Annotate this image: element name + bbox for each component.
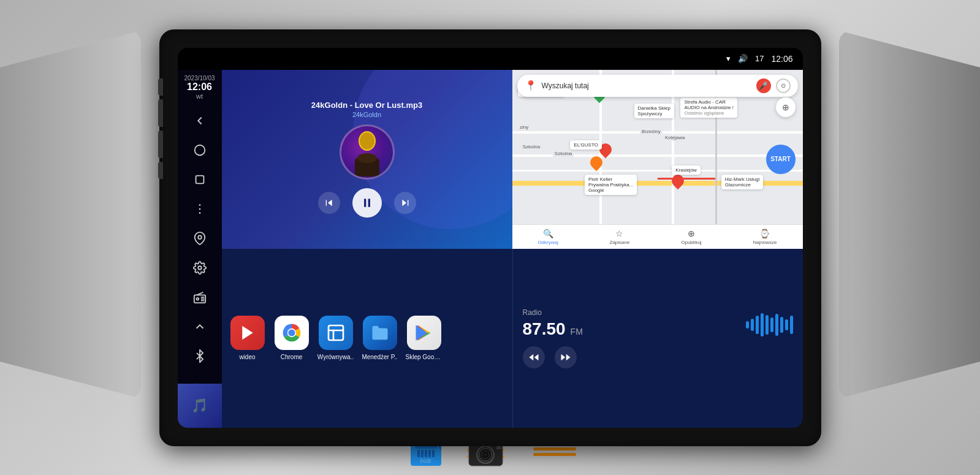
nav-maps-icon[interactable]	[186, 225, 213, 252]
tool-bar-2	[533, 453, 576, 456]
app-label-playstore: Sklep Googl..	[406, 354, 443, 360]
map-route-line	[658, 178, 716, 180]
svg-rect-21	[364, 199, 366, 207]
maps-nav-opublikuj[interactable]: ⊕ Opublikuj	[681, 229, 701, 245]
nav-more-icon[interactable]	[186, 196, 213, 222]
music-album-art	[340, 124, 395, 180]
svg-marker-23	[402, 200, 406, 207]
app-item-filemanager[interactable]: Wyrównywa..	[317, 316, 354, 360]
music-widget[interactable]: 🎵	[178, 384, 222, 428]
svg-point-7	[199, 212, 200, 214]
maps-nav-zapisane[interactable]: ☆ Zapisane	[610, 229, 630, 245]
svg-point-8	[198, 235, 202, 239]
screen-bezel: ▾ 🔊 17 12:06 2023/10/03 12:06 wt	[178, 48, 803, 428]
wave-bar-1	[746, 321, 749, 329]
maps-location-button[interactable]: ⊕	[776, 97, 796, 117]
app-item-video[interactable]: wideo	[229, 316, 266, 360]
app-item-folder[interactable]: Menedżer P..	[362, 316, 398, 360]
svg-marker-25	[242, 326, 253, 340]
map-label-szkolna: Szkolna	[521, 143, 542, 150]
wifi-icon: ▾	[726, 54, 731, 63]
status-time: 12:06	[771, 54, 792, 64]
maps-search-bar[interactable]: 📍 Wyszukaj tutaj 🎤 ⊙	[517, 75, 798, 97]
maps-nav-odkrywaj-icon: 🔍	[543, 229, 553, 238]
apps-panel: wideo	[222, 249, 512, 428]
app-icon-folder	[363, 316, 397, 350]
music-prev-button[interactable]	[318, 192, 340, 214]
map-place-strefa: Strefa Audio - CARAUDIO na Androidzie !O…	[680, 97, 737, 118]
nav-back-icon[interactable]	[186, 107, 213, 134]
car-side-right	[839, 31, 980, 398]
app-item-playstore[interactable]: Sklep Googl..	[406, 316, 443, 360]
left-nav: 2023/10/03 12:06 wt	[178, 70, 222, 428]
maps-search-text: Wyszukaj tutaj	[542, 82, 751, 90]
maps-mic-button[interactable]: 🎤	[756, 78, 771, 93]
nav-home-icon[interactable]	[186, 137, 213, 164]
nav-date: 2023/10/03	[184, 75, 215, 82]
nav-up-icon[interactable]	[186, 313, 213, 340]
wave-bar-6	[770, 317, 773, 332]
nav-radio-icon[interactable]	[186, 284, 213, 311]
wave-bar-5	[765, 315, 769, 335]
radio-info: Radio 87.50 FM	[523, 308, 583, 341]
radio-band: FM	[571, 327, 583, 336]
phys-btn-1[interactable]	[158, 78, 163, 96]
svg-point-6	[199, 208, 200, 210]
maps-logo-icon: 📍	[525, 80, 537, 91]
map-label-brzeziny: Brzeżiny	[640, 128, 663, 135]
music-artist: 24kGoldn	[352, 111, 381, 118]
wave-bar-7	[775, 314, 778, 336]
svg-marker-34	[566, 354, 570, 360]
map-label-ziny: ziny	[518, 124, 530, 131]
radio-label: Radio	[523, 308, 583, 317]
svg-marker-32	[529, 354, 533, 360]
accessory-tools	[533, 447, 570, 460]
svg-marker-19	[328, 200, 332, 207]
svg-point-11	[196, 297, 199, 300]
main-content: 2023/10/03 12:06 wt	[178, 70, 803, 428]
app-icon-filemanager	[319, 316, 353, 350]
radio-prev-button[interactable]	[523, 346, 545, 368]
radio-controls	[523, 346, 793, 368]
volume-icon: 🔊	[738, 54, 748, 63]
maps-start-button[interactable]: START	[766, 145, 796, 174]
nav-settings-icon[interactable]	[186, 254, 213, 281]
nav-bluetooth-icon[interactable]	[186, 343, 213, 370]
wave-bar-10	[790, 316, 793, 334]
phys-btn-4[interactable]	[158, 162, 163, 179]
wave-bar-3	[756, 316, 759, 334]
maps-settings-button[interactable]: ⊙	[776, 78, 791, 93]
svg-point-0	[194, 145, 205, 155]
svg-marker-33	[534, 354, 538, 360]
app-label-folder: Menedżer P..	[362, 354, 397, 360]
phys-btn-2[interactable]	[158, 99, 163, 127]
maps-nav-odkrywaj[interactable]: 🔍 Odkrywaj	[537, 229, 558, 245]
svg-point-16	[360, 132, 374, 150]
nav-time: 12:06	[184, 82, 215, 93]
music-controls	[318, 188, 416, 218]
radio-next-button[interactable]	[555, 346, 577, 368]
right-main: 24kGoldn - Love Or Lust.mp3 24kGoldn	[222, 70, 803, 428]
maps-nav-najnowsze-label: Najnowsze	[753, 240, 777, 245]
svg-rect-29	[329, 325, 343, 340]
music-play-button[interactable]	[352, 188, 382, 218]
car-body: ▾ 🔊 17 12:06 2023/10/03 12:06 wt	[0, 0, 980, 475]
app-item-chrome[interactable]: Chrome	[273, 316, 310, 360]
nav-day: wt	[184, 93, 215, 100]
maps-nav-opublikuj-label: Opublikuj	[681, 240, 701, 245]
radio-top-row: Radio 87.50 FM	[523, 308, 793, 341]
maps-bottom-nav: 🔍 Odkrywaj ☆ Zapisane ⊕ Opublikuj	[512, 224, 803, 249]
map-label-kolejowa: Kolejawa	[663, 134, 686, 141]
svg-marker-35	[561, 354, 565, 360]
map-road-h3	[512, 170, 803, 172]
maps-nav-zapisane-icon: ☆	[615, 229, 623, 238]
maps-start-label: START	[770, 156, 791, 162]
music-next-button[interactable]	[394, 192, 416, 214]
nav-recent-icon[interactable]	[186, 166, 213, 193]
maps-nav-najnowsze-icon: ⌚	[759, 229, 770, 238]
svg-point-5	[199, 204, 200, 206]
maps-nav-najnowsze[interactable]: ⌚ Najnowsze	[753, 229, 777, 245]
app-icon-video	[230, 316, 265, 350]
head-unit: ▾ 🔊 17 12:06 2023/10/03 12:06 wt	[159, 29, 821, 446]
phys-btn-3[interactable]	[158, 131, 163, 158]
